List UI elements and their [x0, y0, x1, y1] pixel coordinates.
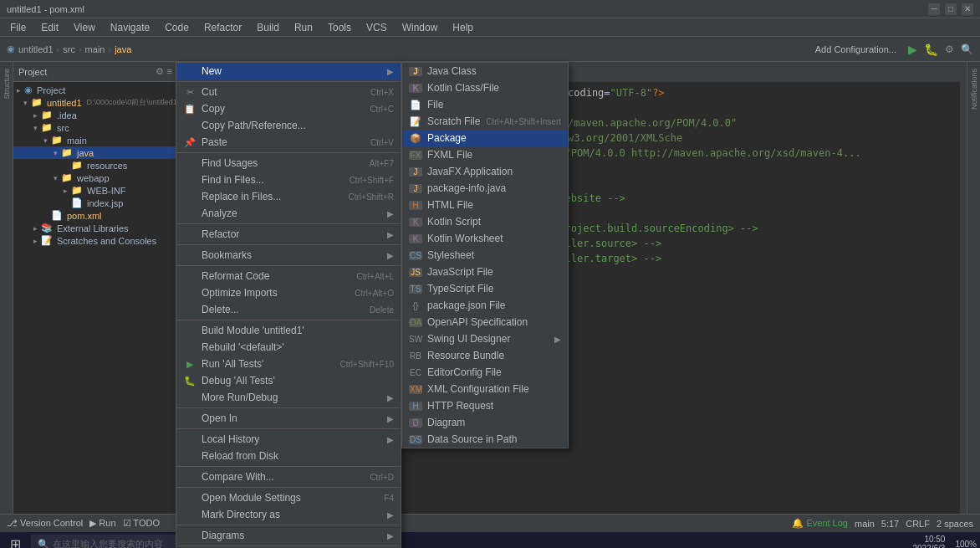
- panel-gear-icon[interactable]: ⚙: [156, 66, 164, 77]
- tree-item-project[interactable]: ▸ ◉ Project: [13, 84, 188, 96]
- ctx-item-local-history[interactable]: Local History ▶: [176, 431, 401, 448]
- close-button[interactable]: ✕: [962, 3, 973, 15]
- run-icon[interactable]: ▶: [908, 43, 917, 56]
- tree-item-resources[interactable]: ▸ 📁 resources: [13, 159, 188, 172]
- sub-item-html-file[interactable]: H HTML File: [402, 197, 568, 213]
- tree-item-index-jsp[interactable]: ▸ 📄 index.jsp: [13, 197, 188, 209]
- ctx-item-reload[interactable]: Reload from Disk: [176, 448, 401, 464]
- ctx-item-diagrams[interactable]: Diagrams ▶: [176, 527, 401, 544]
- ctx-item-compare[interactable]: Compare With... Ctrl+D: [176, 469, 401, 485]
- menu-help[interactable]: Help: [446, 20, 480, 35]
- structure-panel-toggle[interactable]: Structure: [1, 65, 13, 103]
- menu-vcs[interactable]: VCS: [360, 20, 394, 35]
- ctx-item-copy-path[interactable]: Copy Path/Reference...: [176, 117, 401, 134]
- status-encoding[interactable]: CRLF: [906, 519, 930, 529]
- ctx-item-copy[interactable]: 📋 Copy Ctrl+C: [176, 100, 401, 117]
- add-configuration-button[interactable]: Add Configuration...: [810, 43, 901, 56]
- menu-window[interactable]: Window: [396, 20, 445, 35]
- sub-item-scratch-file[interactable]: 📝 Scratch File Ctrl+Alt+Shift+Insert: [402, 113, 568, 130]
- ctx-item-debug-tests[interactable]: 🐛 Debug 'All Tests': [176, 372, 401, 389]
- ctx-item-open-in[interactable]: Open In ▶: [176, 410, 401, 427]
- ctx-item-run-tests[interactable]: ▶ Run 'All Tests' Ctrl+Shift+F10: [176, 356, 401, 372]
- status-run[interactable]: ▶ Run: [89, 518, 115, 529]
- search-bar[interactable]: 🔍 在这里输入您要搜索的内容: [31, 535, 198, 548]
- panel-expand-icon[interactable]: ≡: [167, 66, 172, 77]
- ctx-item-find-files[interactable]: Find in Files... Ctrl+Shift+F: [176, 172, 401, 188]
- menu-code[interactable]: Code: [158, 20, 196, 35]
- menu-edit[interactable]: Edit: [34, 20, 65, 35]
- ctx-item-new[interactable]: New ▶: [176, 63, 401, 79]
- tree-item-external-libs[interactable]: ▸ 📚 External Libraries: [13, 222, 188, 234]
- ctx-item-reformat[interactable]: Reformat Code Ctrl+Alt+L: [176, 268, 401, 284]
- ctx-item-paste[interactable]: 📌 Paste Ctrl+V: [176, 134, 401, 151]
- sub-item-stylesheet[interactable]: CS Stylesheet: [402, 247, 568, 264]
- ctx-item-delete[interactable]: Delete... Delete: [176, 301, 401, 318]
- tree-item-main[interactable]: ▾ 📁 main: [13, 134, 188, 146]
- tree-item-webinf[interactable]: ▸ 📁 WEB-INF: [13, 184, 188, 197]
- status-line-sep[interactable]: 2 spaces: [937, 519, 973, 529]
- maximize-button[interactable]: □: [945, 3, 957, 15]
- sub-item-openapi[interactable]: OA OpenAPI Specification: [402, 314, 568, 330]
- ctx-item-mark-directory[interactable]: Mark Directory as ▶: [176, 506, 401, 523]
- status-event-log[interactable]: 🔔 Event Log: [792, 518, 848, 529]
- ctx-item-refactor[interactable]: Refactor ▶: [176, 226, 401, 243]
- ctx-item-find-usages[interactable]: Find Usages Alt+F7: [176, 155, 401, 172]
- sub-item-javascript[interactable]: JS JavaScript File: [402, 264, 568, 280]
- sub-item-kotlin-script[interactable]: K Kotlin Script: [402, 213, 568, 230]
- search-icon[interactable]: 🔍: [961, 44, 973, 55]
- tree-item-scratches[interactable]: ▸ 📝 Scratches and Consoles: [13, 234, 188, 247]
- sub-item-javafx-app[interactable]: J JavaFX Application: [402, 163, 568, 180]
- sub-item-xml-config[interactable]: XM XML Configuration File: [402, 381, 568, 397]
- start-button[interactable]: ⊞: [3, 534, 28, 548]
- settings-icon[interactable]: ⚙: [945, 44, 954, 55]
- ctx-item-build-module[interactable]: Build Module 'untitled1': [176, 322, 401, 339]
- sub-item-diagram[interactable]: D Diagram: [402, 414, 568, 431]
- ctx-item-bookmarks[interactable]: Bookmarks ▶: [176, 247, 401, 264]
- sub-item-data-source[interactable]: DS Data Source in Path: [402, 431, 568, 448]
- menu-file[interactable]: File: [3, 20, 33, 35]
- ctx-item-cut[interactable]: ✂ Cut Ctrl+X: [176, 84, 401, 100]
- sub-item-file[interactable]: 📄 File: [402, 96, 568, 113]
- ctx-item-rebuild[interactable]: Rebuild '<default>': [176, 339, 401, 356]
- menu-navigate[interactable]: Navigate: [104, 20, 156, 35]
- sub-item-package[interactable]: 📦 Package: [402, 130, 568, 146]
- sub-item-typescript[interactable]: TS TypeScript File: [402, 280, 568, 297]
- menu-view[interactable]: View: [67, 20, 102, 35]
- breadcrumb-project[interactable]: untitled1: [18, 44, 54, 54]
- tree-item-java[interactable]: ▾ 📁 java: [13, 146, 188, 159]
- ctx-item-open-module-settings[interactable]: Open Module Settings F4: [176, 489, 401, 506]
- ctx-item-more-run[interactable]: More Run/Debug ▶: [176, 389, 401, 406]
- tree-item-pom-xml[interactable]: ▸ 📄 pom.xml: [13, 209, 188, 222]
- sub-item-resource-bundle[interactable]: RB Resource Bundle: [402, 347, 568, 364]
- editor-scrollbar[interactable]: [960, 62, 967, 514]
- tree-item-src[interactable]: ▾ 📁 src: [13, 121, 188, 134]
- sub-item-kotlin-class[interactable]: K Kotlin Class/File: [402, 79, 568, 96]
- notifications-panel-toggle[interactable]: Notifications: [968, 65, 980, 113]
- menu-build[interactable]: Build: [250, 20, 286, 35]
- ctx-item-analyze[interactable]: Analyze ▶: [176, 205, 401, 222]
- breadcrumb-java[interactable]: java: [115, 44, 131, 54]
- ctx-item-replace[interactable]: Replace in Files... Ctrl+Shift+R: [176, 188, 401, 205]
- sub-item-fxml-file[interactable]: FX FXML File: [402, 146, 568, 163]
- tree-item-webapp[interactable]: ▾ 📁 webapp: [13, 172, 188, 184]
- tree-item-idea[interactable]: ▸ 📁 .idea: [13, 109, 188, 121]
- menu-refactor[interactable]: Refactor: [197, 20, 248, 35]
- debug-icon[interactable]: 🐛: [924, 43, 938, 56]
- minimize-button[interactable]: ─: [928, 3, 940, 15]
- status-version-control[interactable]: ⎇ Version Control: [7, 518, 83, 529]
- sub-item-http-request[interactable]: H HTTP Request: [402, 397, 568, 414]
- tree-item-untitled1[interactable]: ▾ 📁 untitled1 D:\000code\0前台\untitled1: [13, 96, 188, 109]
- sub-item-package-info[interactable]: J package-info.java: [402, 180, 568, 197]
- breadcrumb-src[interactable]: src: [63, 44, 75, 54]
- ctx-item-optimize[interactable]: Optimize Imports Ctrl+Alt+O: [176, 284, 401, 301]
- sub-item-editorconfig[interactable]: EC EditorConfig File: [402, 364, 568, 381]
- menu-tools[interactable]: Tools: [321, 20, 358, 35]
- sub-item-kotlin-worksheet[interactable]: K Kotlin Worksheet: [402, 230, 568, 247]
- sub-item-java-class[interactable]: J Java Class: [402, 63, 568, 79]
- menu-run[interactable]: Run: [288, 20, 319, 35]
- status-todo[interactable]: ☑ TODO: [123, 518, 160, 529]
- sub-item-swing[interactable]: SW Swing UI Designer ▶: [402, 330, 568, 347]
- breadcrumb-main[interactable]: main: [85, 44, 105, 54]
- status-git[interactable]: main: [855, 519, 875, 529]
- sub-item-package-json[interactable]: {} package.json File: [402, 297, 568, 314]
